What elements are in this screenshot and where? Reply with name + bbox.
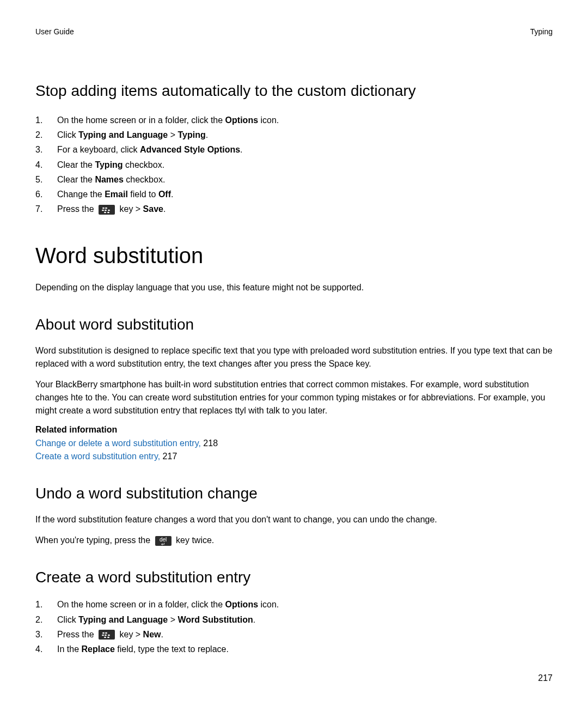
names-checkbox-label: Names	[95, 175, 123, 184]
step-text: Click	[57, 130, 78, 139]
step-text: icon.	[258, 115, 279, 125]
step-text: checkbox.	[123, 160, 164, 169]
step-text: field, type the text to replace.	[115, 644, 229, 654]
step-text: Change the	[57, 190, 105, 199]
svg-point-12	[104, 637, 106, 638]
blackberry-key-icon	[99, 630, 115, 640]
advanced-style-label: Advanced Style Options	[140, 145, 240, 154]
step-text: Click	[57, 615, 78, 624]
link-page-ref: 218	[201, 439, 218, 448]
step-text: On the home screen or in a folder, click…	[57, 115, 225, 125]
svg-point-10	[105, 635, 107, 636]
save-label: Save	[143, 204, 163, 214]
step-item: Click Typing and Language > Typing.	[35, 127, 553, 142]
undo-paragraph-2: When you're typing, press the del key tw…	[35, 534, 553, 547]
options-label: Options	[225, 600, 258, 609]
undo-text: When you're typing, press the	[35, 535, 153, 545]
blackberry-key-icon	[99, 205, 115, 215]
about-paragraph-1: Word substitution is designed to replace…	[35, 344, 553, 370]
step-text: Press the	[57, 204, 96, 214]
svg-point-4	[108, 210, 110, 211]
link-page-ref: 217	[160, 452, 177, 461]
header-right: Typing	[530, 27, 553, 36]
step-text: key >	[117, 204, 143, 214]
new-label: New	[143, 630, 161, 639]
create-title: Create a word substitution entry	[35, 569, 553, 586]
step-text: key >	[117, 630, 143, 639]
step-text: Press the	[57, 630, 96, 639]
step-item: Press the key > New.	[35, 627, 553, 642]
main-title-word-substitution: Word substitution	[35, 244, 553, 268]
svg-point-8	[105, 632, 107, 634]
page-header: User Guide Typing	[35, 27, 553, 36]
undo-title: Undo a word substitution change	[35, 485, 553, 502]
about-title: About word substitution	[35, 316, 553, 333]
replace-field-label: Replace	[81, 644, 114, 654]
step-text: .	[253, 615, 255, 624]
svg-point-7	[102, 632, 105, 634]
svg-point-0	[102, 208, 105, 209]
svg-point-3	[105, 210, 107, 211]
step-item: For a keyboard, click Advanced Style Opt…	[35, 142, 553, 157]
svg-point-1	[105, 208, 107, 209]
svg-point-13	[107, 637, 109, 638]
steps-list-1: On the home screen or in a folder, click…	[35, 113, 553, 216]
steps-list-2: On the home screen or in a folder, click…	[35, 597, 553, 656]
typing-language-label: Typing and Language	[78, 130, 168, 139]
step-text: .	[171, 190, 173, 199]
del-key-icon: del	[155, 536, 171, 546]
email-field-label: Email	[105, 190, 128, 199]
step-text: Clear the	[57, 175, 95, 184]
section-title-stop-adding: Stop adding items automatically to the c…	[35, 82, 553, 100]
undo-paragraph-1: If the word substitution feature changes…	[35, 513, 553, 526]
step-item: Click Typing and Language > Word Substit…	[35, 612, 553, 627]
intro-paragraph: Depending on the display language that y…	[35, 281, 553, 294]
related-link-line: Change or delete a word substitution ent…	[35, 437, 553, 450]
step-text: Clear the	[57, 160, 95, 169]
step-text: >	[168, 615, 177, 624]
step-text: On the home screen or in a folder, click…	[57, 600, 225, 609]
svg-point-11	[108, 635, 110, 636]
typing-checkbox-label: Typing	[95, 160, 122, 169]
undo-text: key twice.	[174, 535, 215, 545]
step-item: Clear the Typing checkbox.	[35, 157, 553, 172]
about-paragraph-2: Your BlackBerry smartphone has built-in …	[35, 378, 553, 417]
step-text: >	[168, 130, 177, 139]
typing-label: Typing	[178, 130, 206, 139]
step-item: In the Replace field, type the text to r…	[35, 642, 553, 656]
step-item: On the home screen or in a folder, click…	[35, 113, 553, 127]
off-label: Off	[158, 190, 171, 199]
step-text: In the	[57, 644, 81, 654]
related-info-heading: Related information	[35, 425, 553, 435]
page-number: 217	[538, 673, 553, 683]
step-text: field to	[128, 190, 158, 199]
step-item: Change the Email field to Off.	[35, 187, 553, 202]
step-text: checkbox.	[124, 175, 165, 184]
word-substitution-label: Word Substitution	[178, 615, 253, 624]
step-item: Press the key > Save.	[35, 202, 553, 216]
typing-language-label: Typing and Language	[78, 615, 168, 624]
step-item: On the home screen or in a folder, click…	[35, 597, 553, 612]
step-text: .	[161, 630, 163, 639]
options-label: Options	[225, 115, 258, 125]
svg-point-2	[102, 210, 104, 211]
step-item: Clear the Names checkbox.	[35, 172, 553, 187]
header-left: User Guide	[35, 27, 74, 36]
step-text: .	[206, 130, 208, 139]
svg-point-6	[107, 212, 109, 214]
related-link-line: Create a word substitution entry, 217	[35, 450, 553, 463]
svg-point-5	[104, 212, 106, 214]
svg-point-9	[102, 635, 104, 636]
link-change-delete-entry[interactable]: Change or delete a word substitution ent…	[35, 439, 201, 448]
step-text: For a keyboard, click	[57, 145, 140, 154]
step-text: .	[163, 204, 166, 214]
link-create-entry[interactable]: Create a word substitution entry,	[35, 452, 160, 461]
step-text: icon.	[258, 600, 279, 609]
step-text: .	[240, 145, 242, 154]
